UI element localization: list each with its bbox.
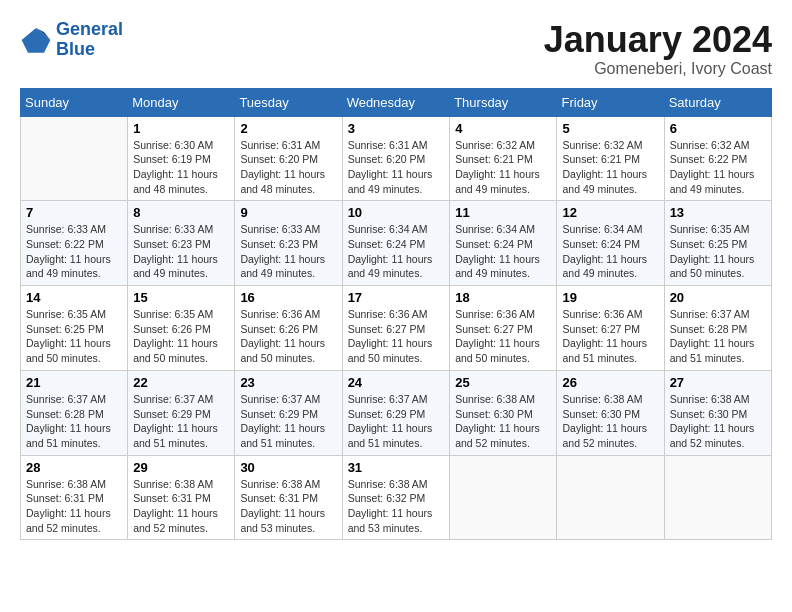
calendar-cell: 31Sunrise: 6:38 AMSunset: 6:32 PMDayligh… (342, 455, 450, 540)
day-number: 16 (240, 290, 336, 305)
day-info: Sunrise: 6:38 AMSunset: 6:32 PMDaylight:… (348, 477, 445, 536)
calendar-cell: 8Sunrise: 6:33 AMSunset: 6:23 PMDaylight… (128, 201, 235, 286)
calendar-cell: 15Sunrise: 6:35 AMSunset: 6:26 PMDayligh… (128, 286, 235, 371)
day-info: Sunrise: 6:37 AMSunset: 6:29 PMDaylight:… (240, 392, 336, 451)
calendar-cell: 26Sunrise: 6:38 AMSunset: 6:30 PMDayligh… (557, 370, 664, 455)
day-header-friday: Friday (557, 88, 664, 116)
day-info: Sunrise: 6:36 AMSunset: 6:27 PMDaylight:… (562, 307, 658, 366)
day-number: 9 (240, 205, 336, 220)
calendar-cell (557, 455, 664, 540)
calendar-cell: 13Sunrise: 6:35 AMSunset: 6:25 PMDayligh… (664, 201, 771, 286)
calendar-cell: 30Sunrise: 6:38 AMSunset: 6:31 PMDayligh… (235, 455, 342, 540)
logo-line1: General (56, 19, 123, 39)
logo-line2: Blue (56, 39, 95, 59)
calendar-title: January 2024 (544, 20, 772, 60)
day-info: Sunrise: 6:35 AMSunset: 6:25 PMDaylight:… (26, 307, 122, 366)
day-number: 20 (670, 290, 766, 305)
calendar-cell: 11Sunrise: 6:34 AMSunset: 6:24 PMDayligh… (450, 201, 557, 286)
calendar-cell: 12Sunrise: 6:34 AMSunset: 6:24 PMDayligh… (557, 201, 664, 286)
calendar-cell: 7Sunrise: 6:33 AMSunset: 6:22 PMDaylight… (21, 201, 128, 286)
calendar-cell: 22Sunrise: 6:37 AMSunset: 6:29 PMDayligh… (128, 370, 235, 455)
day-number: 12 (562, 205, 658, 220)
day-info: Sunrise: 6:36 AMSunset: 6:27 PMDaylight:… (455, 307, 551, 366)
calendar-cell: 3Sunrise: 6:31 AMSunset: 6:20 PMDaylight… (342, 116, 450, 201)
day-number: 17 (348, 290, 445, 305)
day-number: 5 (562, 121, 658, 136)
calendar-cell: 4Sunrise: 6:32 AMSunset: 6:21 PMDaylight… (450, 116, 557, 201)
day-info: Sunrise: 6:31 AMSunset: 6:20 PMDaylight:… (240, 138, 336, 197)
calendar-cell: 19Sunrise: 6:36 AMSunset: 6:27 PMDayligh… (557, 286, 664, 371)
day-number: 22 (133, 375, 229, 390)
day-number: 30 (240, 460, 336, 475)
calendar-cell: 25Sunrise: 6:38 AMSunset: 6:30 PMDayligh… (450, 370, 557, 455)
calendar-cell: 21Sunrise: 6:37 AMSunset: 6:28 PMDayligh… (21, 370, 128, 455)
day-number: 4 (455, 121, 551, 136)
day-number: 29 (133, 460, 229, 475)
logo: General Blue (20, 20, 123, 60)
calendar-cell: 2Sunrise: 6:31 AMSunset: 6:20 PMDaylight… (235, 116, 342, 201)
day-info: Sunrise: 6:38 AMSunset: 6:31 PMDaylight:… (133, 477, 229, 536)
day-header-saturday: Saturday (664, 88, 771, 116)
calendar-week-row: 28Sunrise: 6:38 AMSunset: 6:31 PMDayligh… (21, 455, 772, 540)
day-number: 7 (26, 205, 122, 220)
day-number: 3 (348, 121, 445, 136)
day-info: Sunrise: 6:32 AMSunset: 6:22 PMDaylight:… (670, 138, 766, 197)
day-number: 2 (240, 121, 336, 136)
day-number: 14 (26, 290, 122, 305)
day-number: 28 (26, 460, 122, 475)
logo-text: General Blue (56, 20, 123, 60)
day-info: Sunrise: 6:37 AMSunset: 6:29 PMDaylight:… (348, 392, 445, 451)
calendar-cell: 6Sunrise: 6:32 AMSunset: 6:22 PMDaylight… (664, 116, 771, 201)
day-number: 26 (562, 375, 658, 390)
day-info: Sunrise: 6:38 AMSunset: 6:30 PMDaylight:… (670, 392, 766, 451)
calendar-cell: 14Sunrise: 6:35 AMSunset: 6:25 PMDayligh… (21, 286, 128, 371)
day-header-wednesday: Wednesday (342, 88, 450, 116)
day-number: 15 (133, 290, 229, 305)
day-info: Sunrise: 6:35 AMSunset: 6:25 PMDaylight:… (670, 222, 766, 281)
day-header-sunday: Sunday (21, 88, 128, 116)
day-info: Sunrise: 6:36 AMSunset: 6:26 PMDaylight:… (240, 307, 336, 366)
calendar-cell (21, 116, 128, 201)
day-number: 19 (562, 290, 658, 305)
day-number: 21 (26, 375, 122, 390)
day-number: 24 (348, 375, 445, 390)
day-info: Sunrise: 6:34 AMSunset: 6:24 PMDaylight:… (348, 222, 445, 281)
calendar-header-row: SundayMondayTuesdayWednesdayThursdayFrid… (21, 88, 772, 116)
day-info: Sunrise: 6:34 AMSunset: 6:24 PMDaylight:… (562, 222, 658, 281)
calendar-week-row: 21Sunrise: 6:37 AMSunset: 6:28 PMDayligh… (21, 370, 772, 455)
day-info: Sunrise: 6:38 AMSunset: 6:31 PMDaylight:… (26, 477, 122, 536)
calendar-cell: 23Sunrise: 6:37 AMSunset: 6:29 PMDayligh… (235, 370, 342, 455)
day-number: 8 (133, 205, 229, 220)
calendar-week-row: 14Sunrise: 6:35 AMSunset: 6:25 PMDayligh… (21, 286, 772, 371)
day-info: Sunrise: 6:37 AMSunset: 6:28 PMDaylight:… (670, 307, 766, 366)
day-info: Sunrise: 6:33 AMSunset: 6:23 PMDaylight:… (240, 222, 336, 281)
day-number: 23 (240, 375, 336, 390)
logo-icon (20, 24, 52, 56)
day-info: Sunrise: 6:37 AMSunset: 6:29 PMDaylight:… (133, 392, 229, 451)
day-number: 13 (670, 205, 766, 220)
calendar-cell: 20Sunrise: 6:37 AMSunset: 6:28 PMDayligh… (664, 286, 771, 371)
calendar-cell: 10Sunrise: 6:34 AMSunset: 6:24 PMDayligh… (342, 201, 450, 286)
day-number: 10 (348, 205, 445, 220)
day-info: Sunrise: 6:32 AMSunset: 6:21 PMDaylight:… (562, 138, 658, 197)
day-header-monday: Monday (128, 88, 235, 116)
day-number: 31 (348, 460, 445, 475)
calendar-cell: 16Sunrise: 6:36 AMSunset: 6:26 PMDayligh… (235, 286, 342, 371)
day-number: 25 (455, 375, 551, 390)
day-number: 11 (455, 205, 551, 220)
day-number: 6 (670, 121, 766, 136)
page-header: General Blue January 2024 Gomeneberi, Iv… (20, 20, 772, 78)
calendar-subtitle: Gomeneberi, Ivory Coast (544, 60, 772, 78)
calendar-table: SundayMondayTuesdayWednesdayThursdayFrid… (20, 88, 772, 541)
day-header-thursday: Thursday (450, 88, 557, 116)
calendar-cell: 9Sunrise: 6:33 AMSunset: 6:23 PMDaylight… (235, 201, 342, 286)
day-info: Sunrise: 6:33 AMSunset: 6:23 PMDaylight:… (133, 222, 229, 281)
calendar-week-row: 7Sunrise: 6:33 AMSunset: 6:22 PMDaylight… (21, 201, 772, 286)
day-info: Sunrise: 6:38 AMSunset: 6:30 PMDaylight:… (455, 392, 551, 451)
day-header-tuesday: Tuesday (235, 88, 342, 116)
svg-marker-0 (22, 28, 51, 53)
day-info: Sunrise: 6:34 AMSunset: 6:24 PMDaylight:… (455, 222, 551, 281)
day-info: Sunrise: 6:30 AMSunset: 6:19 PMDaylight:… (133, 138, 229, 197)
calendar-cell: 28Sunrise: 6:38 AMSunset: 6:31 PMDayligh… (21, 455, 128, 540)
day-info: Sunrise: 6:35 AMSunset: 6:26 PMDaylight:… (133, 307, 229, 366)
